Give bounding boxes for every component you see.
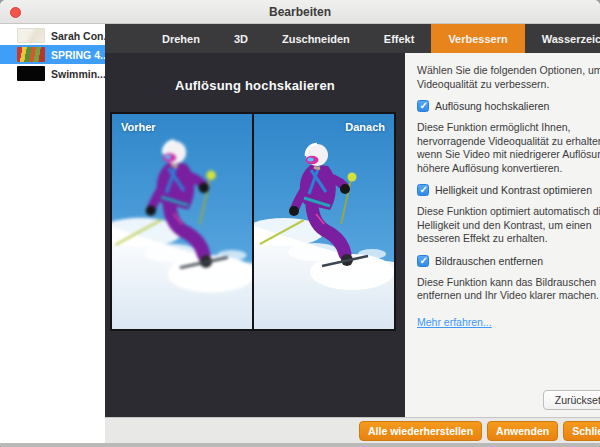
video-list-sidebar: Sarah Con... SPRING 4... Swimmin... [0,24,105,443]
skier-photo-after [254,114,394,329]
close-window-button[interactable] [10,7,21,18]
tab-wasserzeichen[interactable]: Wasserzeichen [525,24,600,53]
tab-effekt[interactable]: Effekt [367,24,432,53]
option-upscale-resolution: Auflösung hochskalieren [417,100,600,112]
sidebar-item-swimming[interactable]: Swimmin... [0,64,105,83]
panel-intro-text: Wählen Sie die folgenden Optionen, um di… [417,64,600,91]
window-title: Bearbeiten [269,5,331,19]
before-image: Vorher [112,114,252,329]
video-thumbnail [17,47,45,62]
option-description: Diese Funktion ermöglicht Ihnen, hervorr… [417,121,600,175]
tab-3d[interactable]: 3D [217,24,265,53]
option-brightness-contrast: Helligkeit und Kontrast optimieren [417,184,600,196]
option-label: Bildrauschen entfernen [435,255,543,267]
option-label: Auflösung hochskalieren [435,100,549,112]
sidebar-item-spring[interactable]: SPRING 4... [0,45,105,64]
close-button[interactable]: Schließen [563,421,600,441]
video-thumbnail [17,28,45,43]
sidebar-item-sarah[interactable]: Sarah Con... [0,26,105,45]
noise-checkbox[interactable] [417,255,429,267]
sidebar-item-label: SPRING 4... [51,49,109,61]
option-description: Diese Funktion kann das Bildrauschen ent… [417,276,600,303]
option-description: Diese Funktion optimiert automatisch die… [417,205,600,246]
before-label: Vorher [121,121,156,133]
before-after-comparison: Vorher Danach [110,112,396,331]
sidebar-item-label: Swimmin... [51,68,106,80]
preview-area: Auflösung hochskalieren Vorher Danach [105,53,405,417]
restore-all-button[interactable]: Alle wiederherstellen [359,421,482,441]
apply-button[interactable]: Anwenden [487,421,558,441]
window-bottom-edge [0,443,600,447]
app-window: Bearbeiten Sarah Con... SPRING 4... Swim… [0,0,600,447]
option-remove-noise: Bildrauschen entfernen [417,255,600,267]
skier-photo-before [112,114,252,329]
learn-more-link[interactable]: Mehr erfahren... [417,316,492,328]
edit-tab-bar: Drehen 3D Zuschneiden Effekt Verbessern … [105,24,600,53]
sidebar-item-label: Sarah Con... [51,30,112,42]
brightness-checkbox[interactable] [417,184,429,196]
tab-drehen[interactable]: Drehen [145,24,217,53]
tab-verbessern[interactable]: Verbessern [431,24,524,53]
after-label: Danach [345,121,385,133]
upscale-checkbox[interactable] [417,100,429,112]
footer-bar: Alle wiederherstellen Anwenden Schließen [105,417,600,443]
title-bar: Bearbeiten [0,0,600,24]
preview-title: Auflösung hochskalieren [105,78,405,93]
tab-zuschneiden[interactable]: Zuschneiden [265,24,367,53]
reset-button[interactable]: Zurücksetzen [543,390,600,410]
enhance-options-panel: Wählen Sie die folgenden Optionen, um di… [405,53,600,417]
after-image: Danach [254,114,394,329]
option-label: Helligkeit und Kontrast optimieren [435,184,592,196]
video-thumbnail [17,66,45,81]
